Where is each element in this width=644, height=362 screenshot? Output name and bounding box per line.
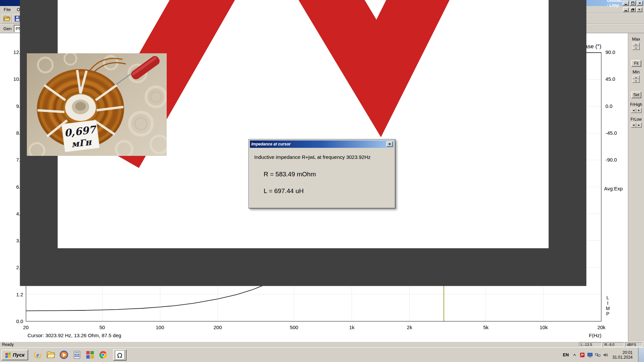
max-label: Max (628, 37, 644, 42)
y-tick-label: 0.0 (5, 318, 23, 324)
chrome-icon (99, 350, 108, 359)
frhigh-left-button[interactable]: ◄ (631, 108, 636, 113)
media-player-icon (59, 350, 68, 359)
tray-icons (572, 352, 608, 358)
frhigh-right-button[interactable]: ► (636, 108, 642, 113)
maximize-icon (631, 2, 634, 4)
x-tick-label: 1k (342, 324, 362, 330)
phase-tick-label: -90.0 (605, 157, 624, 163)
titlebar[interactable]: Untitled - Limp × (0, 0, 644, 6)
min-label: Min (628, 69, 644, 74)
quick-launch: e (32, 350, 108, 360)
phase-tick-label: -45.0 (605, 130, 624, 136)
phase-tick-label: 90.0 (605, 49, 624, 55)
svg-text:Ω: Ω (117, 351, 122, 359)
x-tick-label: 5k (476, 324, 496, 330)
language-indicator[interactable]: EN (563, 352, 569, 357)
status-right-level: R:-9.0 (603, 342, 624, 347)
right-control-strip: Max ▲ ▼ Fit Min ▲ ▼ Set FrHigh ◄ ► FrLow (628, 33, 644, 342)
x-tick-label: 100 (150, 324, 170, 330)
child-close-button[interactable]: × (636, 7, 642, 12)
min-spinner: ▲ ▼ (632, 75, 640, 83)
set-button[interactable]: Set (631, 92, 641, 98)
tray-display-icon[interactable] (587, 352, 593, 358)
frlow-left-button[interactable]: ◄ (631, 123, 636, 128)
limp-taskbar-button[interactable]: Ω (113, 349, 126, 361)
child-restore-icon (631, 9, 634, 11)
handwritten-label: 0,697 мГн (62, 120, 100, 152)
max-down-button[interactable]: ▼ (632, 46, 640, 50)
taskbar-clock[interactable]: 20:01 31.01.2024 (611, 350, 633, 360)
quicklaunch-file-explorer[interactable] (45, 350, 56, 360)
tray-hidden-icons-icon[interactable] (572, 352, 578, 358)
tray-network-icon[interactable] (595, 352, 601, 358)
limp-letter: P (604, 311, 611, 316)
minimize-icon (625, 4, 627, 5)
frhigh-label: FrHigh (628, 102, 644, 107)
minimize-button[interactable] (623, 1, 629, 6)
x-tick-label: 20k (591, 324, 611, 330)
clock-date: 31.01.2024 (612, 355, 633, 360)
x-axis-title: F(Hz) (551, 333, 601, 338)
fit-button[interactable]: Fit (631, 60, 641, 67)
tray-volume-icon[interactable] (602, 352, 608, 358)
phase-tick-label: 45.0 (605, 76, 624, 82)
status-bar: Ready L:-13.5 R:-9.0 dBFS (0, 342, 644, 347)
maximize-button[interactable] (630, 1, 636, 6)
impedance-at-cursor-dialog: Impedance at cursor × Inductive impedanc… (249, 139, 395, 208)
child-restore-button[interactable] (630, 7, 636, 12)
window-title: Untitled - Limp (607, 0, 622, 8)
max-up-button[interactable]: ▲ (632, 43, 640, 46)
start-button[interactable]: Пуск (1, 350, 28, 360)
limp-window: Untitled - Limp × FileOverlayEditViewRec… (0, 0, 644, 347)
x-tick-label: 200 (208, 324, 228, 330)
dialog-titlebar[interactable]: Impedance at cursor × (250, 140, 394, 148)
desktop: Untitled - Limp × FileOverlayEditViewRec… (0, 0, 644, 362)
child-minimize-icon (625, 10, 627, 11)
x-tick-label: 10k (534, 324, 554, 330)
min-down-button[interactable]: ▼ (632, 79, 640, 83)
x-tick-label: 50 (92, 324, 112, 330)
dialog-title: Impedance at cursor (251, 142, 386, 146)
inductor-photo: 0,697 мГн (27, 53, 167, 156)
dialog-description: Inductive impedance R+jwL at frequency 3… (254, 154, 371, 160)
avg-display: Avg:Exp (604, 186, 623, 191)
dialog-inductance-value: L = 697.44 uH (264, 187, 304, 195)
show-desktop-strip[interactable] (638, 348, 644, 362)
internet-explorer-icon: e (33, 350, 42, 359)
min-up-button[interactable]: ▲ (632, 75, 640, 79)
phase-tick-label: 0.0 (605, 103, 624, 109)
max-spinner: ▲ ▼ (632, 43, 640, 50)
dialog-close-button[interactable]: × (386, 141, 393, 147)
x-tick-label: 500 (284, 324, 304, 330)
tray-arta-tray-icon[interactable] (579, 352, 585, 358)
quicklaunch-media-player[interactable] (58, 350, 69, 360)
frlow-arrows: ◄ ► (631, 123, 642, 128)
status-left-level: L:-13.5 (579, 342, 602, 347)
limp-letter: I (604, 300, 611, 306)
coil-bobbin-hole-inner (75, 102, 86, 111)
clock-time: 20:01 (612, 350, 633, 355)
quicklaunch-internet-explorer[interactable]: e (32, 350, 43, 360)
child-minimize-button[interactable] (623, 7, 629, 12)
close-button[interactable]: × (637, 1, 643, 6)
quicklaunch-graphics-tool[interactable] (85, 350, 95, 360)
quicklaunch-chrome[interactable] (98, 350, 108, 360)
x-tick-label: 2k (399, 324, 420, 330)
x-tick-label: 20 (16, 324, 36, 330)
file-explorer-icon (46, 350, 55, 359)
windows-logo-icon (5, 352, 11, 358)
graphics-tool-icon (86, 350, 95, 359)
status-ready: Ready (0, 342, 579, 347)
child-window-buttons: × (622, 7, 643, 12)
status-unit: dBFS (625, 342, 643, 347)
limp-letter: M (604, 306, 611, 311)
omega-icon: Ω (115, 350, 125, 360)
frhigh-arrows: ◄ ► (631, 108, 642, 113)
limp-letter: L (604, 295, 611, 300)
start-label: Пуск (13, 352, 24, 358)
quicklaunch-calculator[interactable] (71, 350, 82, 360)
taskbar: Пуск e Ω EN 20:01 31.01.2024 (0, 347, 644, 362)
dialog-resistance-value: R = 583.49 mOhm (264, 171, 316, 178)
frlow-right-button[interactable]: ► (636, 123, 642, 128)
